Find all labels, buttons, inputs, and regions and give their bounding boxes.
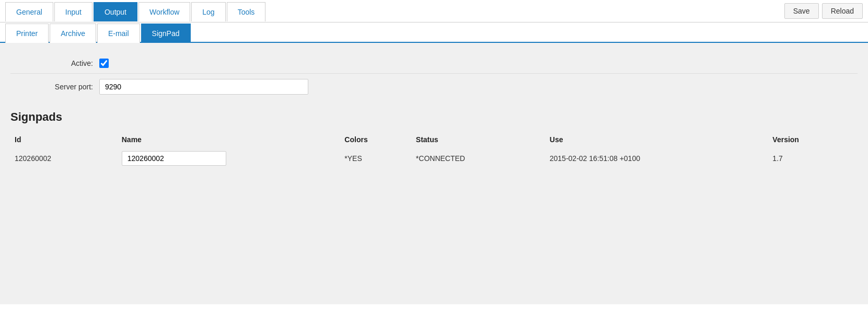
tab-output[interactable]: Output <box>94 2 137 21</box>
tab-input[interactable]: Input <box>54 2 92 21</box>
tab-archive[interactable]: Archive <box>50 24 96 43</box>
col-header-id: Id <box>10 132 118 147</box>
tab-printer[interactable]: Printer <box>5 24 49 43</box>
top-nav-actions: Save Reload <box>784 0 863 22</box>
tab-tools[interactable]: Tools <box>227 2 266 21</box>
save-button[interactable]: Save <box>784 3 819 19</box>
cell-version: 1.7 <box>768 147 858 170</box>
server-port-row: Server port: <box>10 74 858 100</box>
signpads-table: Id Name Colors Status Use Version 120260… <box>10 132 858 170</box>
cell-id: 120260002 <box>10 147 118 170</box>
sub-navigation: Printer Archive E-mail SignPad <box>0 22 868 43</box>
form-section: Active: Server port: <box>10 53 858 100</box>
cell-use: 2015-02-02 16:51:08 +0100 <box>546 147 769 170</box>
server-port-value <box>99 79 308 95</box>
cell-colors: *YES <box>340 147 412 170</box>
tab-signpad[interactable]: SignPad <box>141 24 191 43</box>
col-header-version: Version <box>768 132 858 147</box>
main-content: Active: Server port: Signpads Id Name Co… <box>0 43 868 304</box>
name-input[interactable] <box>122 151 226 166</box>
tab-email[interactable]: E-mail <box>97 24 140 43</box>
signpads-section: Signpads Id Name Colors Status Use Versi… <box>10 110 858 170</box>
col-header-colors: Colors <box>340 132 412 147</box>
active-checkbox[interactable] <box>99 59 109 68</box>
reload-button[interactable]: Reload <box>822 3 863 19</box>
cell-status: *CONNECTED <box>412 147 546 170</box>
signpads-title: Signpads <box>10 110 858 124</box>
active-label: Active: <box>21 59 99 67</box>
top-nav-tabs: General Input Output Workflow Log Tools <box>5 2 784 21</box>
col-header-use: Use <box>546 132 769 147</box>
col-header-name: Name <box>118 132 341 147</box>
table-header-row: Id Name Colors Status Use Version <box>10 132 858 147</box>
col-header-status: Status <box>412 132 546 147</box>
cell-name <box>118 147 341 170</box>
top-navigation: General Input Output Workflow Log Tools … <box>0 0 868 22</box>
server-port-label: Server port: <box>21 83 99 91</box>
tab-workflow[interactable]: Workflow <box>138 2 190 21</box>
active-row: Active: <box>10 53 858 74</box>
tab-log[interactable]: Log <box>191 2 225 21</box>
table-row: 120260002 *YES *CONNECTED 2015-02-02 16:… <box>10 147 858 170</box>
server-port-input[interactable] <box>99 79 308 95</box>
tab-general[interactable]: General <box>5 2 53 21</box>
active-value <box>99 59 109 68</box>
